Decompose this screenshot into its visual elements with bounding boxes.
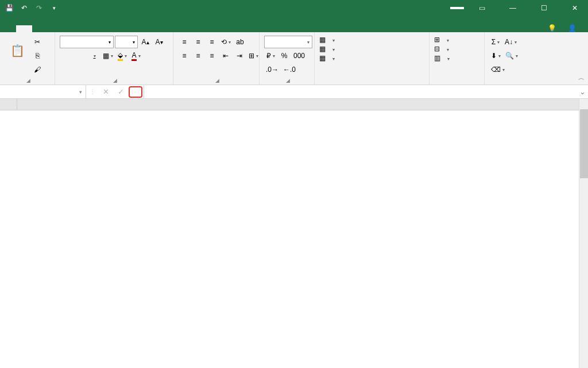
autosum-icon[interactable]: Σ bbox=[489, 36, 502, 48]
align-middle-icon[interactable]: ≡ bbox=[192, 36, 204, 48]
align-launcher-icon[interactable]: ◢ bbox=[215, 78, 219, 83]
sort-filter-icon[interactable]: A↓ bbox=[503, 36, 519, 48]
cell-styles-button[interactable]: ▦ bbox=[319, 54, 335, 62]
tell-me[interactable]: 💡 bbox=[548, 24, 559, 32]
find-icon[interactable]: 🔍 bbox=[504, 49, 520, 62]
bold-button[interactable] bbox=[60, 49, 72, 62]
number-launcher-icon[interactable]: ◢ bbox=[286, 78, 290, 83]
styles-group-label bbox=[319, 82, 424, 85]
tab-review[interactable] bbox=[96, 25, 113, 32]
insert-function-icon[interactable] bbox=[129, 86, 142, 98]
align-center-icon[interactable]: ≡ bbox=[192, 49, 204, 62]
minimize-icon[interactable]: ― bbox=[500, 0, 526, 16]
save-icon[interactable]: 💾 bbox=[2, 1, 16, 15]
table-icon: ▦ bbox=[319, 45, 326, 53]
qat-customize-icon[interactable]: ▾ bbox=[47, 1, 61, 15]
tab-pagelayout[interactable] bbox=[48, 25, 64, 32]
vertical-scrollbar[interactable] bbox=[579, 99, 588, 368]
align-bottom-icon[interactable]: ≡ bbox=[206, 36, 218, 48]
clear-icon[interactable]: ⌫ bbox=[489, 63, 506, 76]
clipboard-icon: 📋 bbox=[10, 44, 25, 57]
maximize-icon[interactable]: ☐ bbox=[531, 0, 557, 16]
comma-icon[interactable]: 000 bbox=[292, 49, 307, 62]
align-left-icon[interactable]: ≡ bbox=[178, 49, 191, 62]
percent-icon[interactable]: % bbox=[278, 49, 291, 62]
ribbon-display-icon[interactable]: ▭ bbox=[469, 0, 495, 16]
tab-file[interactable] bbox=[0, 25, 16, 32]
cells-group-label bbox=[434, 82, 479, 85]
italic-button[interactable] bbox=[74, 49, 86, 62]
font-color-icon[interactable]: A bbox=[130, 49, 142, 62]
wrap-text-icon[interactable]: ab bbox=[234, 36, 246, 48]
formula-input[interactable] bbox=[144, 85, 577, 98]
inc-decimal-icon[interactable]: .0→ bbox=[264, 63, 280, 76]
borders-icon[interactable]: ▦ bbox=[101, 49, 115, 62]
collapse-ribbon-icon[interactable]: ︿ bbox=[578, 74, 585, 82]
orientation-icon[interactable]: ⟲ bbox=[219, 36, 233, 48]
currency-icon[interactable]: ₽ bbox=[264, 49, 277, 62]
merge-icon[interactable]: ⊞ bbox=[247, 49, 260, 62]
fill-color-icon[interactable]: ⬙ bbox=[116, 49, 129, 62]
bulb-icon: 💡 bbox=[548, 24, 556, 32]
cond-format-button[interactable]: ▦ bbox=[319, 36, 335, 44]
inc-indent-icon[interactable]: ⇥ bbox=[233, 49, 246, 62]
insert-cells-button[interactable]: ⊞ bbox=[434, 36, 449, 44]
redo-icon[interactable]: ↷ bbox=[32, 1, 46, 15]
share-icon: 👤 bbox=[568, 24, 577, 32]
close-icon[interactable]: ✕ bbox=[562, 0, 588, 16]
editing-group-label bbox=[489, 82, 537, 85]
format-table-button[interactable]: ▦ bbox=[319, 45, 335, 53]
font-launcher-icon[interactable]: ◢ bbox=[113, 78, 117, 83]
tab-insert[interactable] bbox=[32, 25, 48, 32]
cut-icon[interactable]: ✂ bbox=[31, 36, 44, 48]
tab-data[interactable] bbox=[80, 25, 96, 32]
enter-formula-icon[interactable]: ✓ bbox=[114, 86, 127, 98]
select-all-corner[interactable] bbox=[0, 99, 17, 110]
tab-view[interactable] bbox=[113, 25, 129, 32]
fill-icon[interactable]: ⬇ bbox=[489, 49, 502, 62]
font-name-select[interactable]: ▾ bbox=[60, 36, 114, 48]
paste-button[interactable]: 📋 bbox=[5, 33, 30, 68]
delete-cells-icon: ⊟ bbox=[434, 45, 440, 53]
cond-format-icon: ▦ bbox=[319, 36, 326, 44]
number-format-select[interactable] bbox=[264, 36, 312, 48]
underline-button[interactable] bbox=[87, 49, 100, 62]
shrink-font-icon[interactable]: A▾ bbox=[153, 36, 165, 48]
format-cells-icon: ▥ bbox=[434, 54, 440, 62]
tab-home[interactable] bbox=[16, 25, 32, 32]
share-button[interactable]: 👤 bbox=[568, 24, 579, 32]
tab-formulas[interactable] bbox=[64, 25, 80, 32]
delete-cells-button[interactable]: ⊟ bbox=[434, 45, 449, 53]
dec-decimal-icon[interactable]: ←.0 bbox=[281, 63, 297, 76]
font-size-select[interactable]: ▾ bbox=[115, 36, 138, 48]
align-right-icon[interactable]: ≡ bbox=[206, 49, 218, 62]
tab-help[interactable] bbox=[129, 25, 145, 32]
cellstyles-icon: ▦ bbox=[319, 54, 326, 62]
expand-formula-icon[interactable]: ⌄ bbox=[577, 87, 588, 96]
name-box[interactable]: ▾ bbox=[0, 85, 86, 98]
grow-font-icon[interactable]: A▴ bbox=[139, 36, 152, 48]
login-button[interactable] bbox=[450, 7, 464, 9]
dec-indent-icon[interactable]: ⇤ bbox=[219, 49, 232, 62]
clipboard-launcher-icon[interactable]: ◢ bbox=[26, 78, 30, 83]
undo-icon[interactable]: ↶ bbox=[17, 1, 31, 15]
format-painter-icon[interactable]: 🖌 bbox=[31, 63, 44, 76]
cancel-formula-icon[interactable]: ✕ bbox=[99, 86, 113, 98]
copy-icon[interactable]: ⎘ bbox=[31, 49, 44, 62]
insert-cells-icon: ⊞ bbox=[434, 36, 440, 44]
align-top-icon[interactable]: ≡ bbox=[178, 36, 191, 48]
format-cells-button[interactable]: ▥ bbox=[434, 54, 450, 62]
